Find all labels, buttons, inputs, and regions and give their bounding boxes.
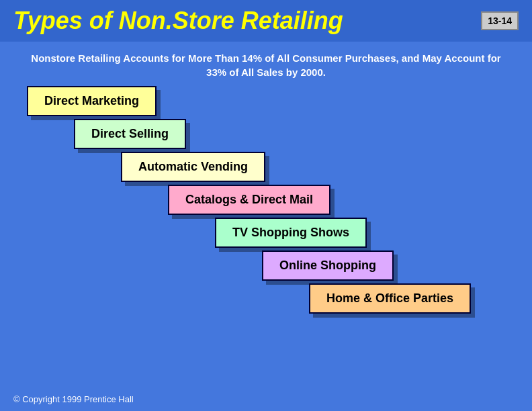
subtitle: Nonstore Retailing Accounts for More Tha… (20, 51, 512, 79)
step-wrapper-2: Direct Selling (74, 119, 186, 149)
step-row-4: Catalogs & Direct Mail (168, 185, 532, 215)
step-box-6[interactable]: Online Shopping (262, 250, 394, 281)
step-row-7: Home & Office Parties (309, 283, 532, 314)
copyright: © Copyright 1999 Prentice Hall (13, 394, 134, 404)
step-wrapper-1: Direct Marketing (27, 86, 157, 116)
page-title: Types of Non.Store Retailing (13, 7, 343, 35)
step-wrapper-4: Catalogs & Direct Mail (168, 185, 330, 215)
steps-container: Direct MarketingDirect SellingAutomatic … (0, 86, 532, 314)
step-row-2: Direct Selling (74, 119, 532, 149)
step-wrapper-3: Automatic Vending (121, 152, 265, 182)
slide-number: 13-14 (481, 11, 519, 30)
step-wrapper-5: TV Shopping Shows (215, 218, 367, 248)
step-row-3: Automatic Vending (121, 152, 532, 182)
step-box-2[interactable]: Direct Selling (74, 119, 186, 149)
step-box-3[interactable]: Automatic Vending (121, 152, 265, 182)
step-wrapper-6: Online Shopping (262, 250, 394, 281)
step-row-1: Direct Marketing (27, 86, 532, 116)
step-box-4[interactable]: Catalogs & Direct Mail (168, 185, 330, 215)
step-row-5: TV Shopping Shows (215, 218, 532, 248)
step-wrapper-7: Home & Office Parties (309, 283, 471, 314)
step-box-5[interactable]: TV Shopping Shows (215, 218, 367, 248)
step-box-7[interactable]: Home & Office Parties (309, 283, 471, 314)
footer: © Copyright 1999 Prentice Hall (13, 394, 519, 404)
step-row-6: Online Shopping (262, 250, 532, 281)
header: Types of Non.Store Retailing 13-14 (0, 0, 532, 42)
step-box-1[interactable]: Direct Marketing (27, 86, 157, 116)
